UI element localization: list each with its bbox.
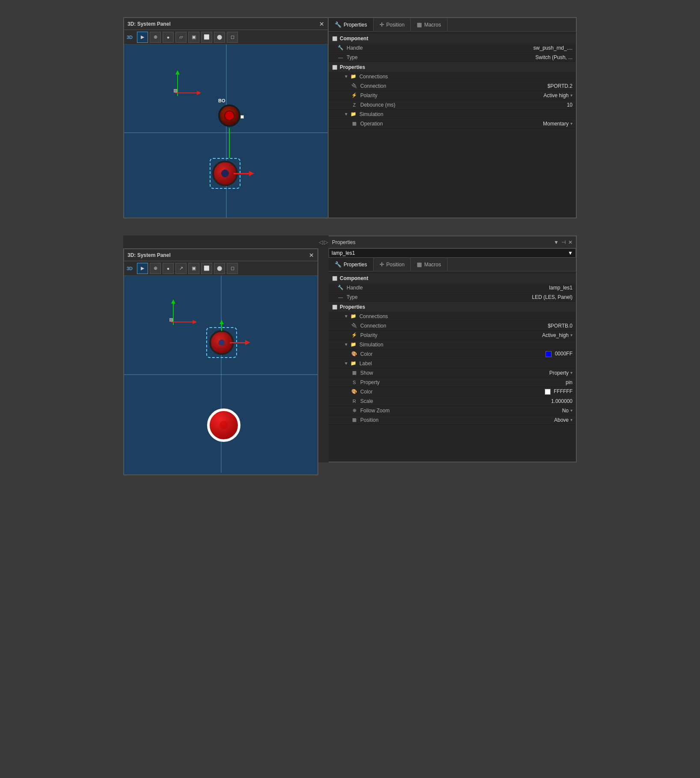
type-icon: — [337, 55, 344, 60]
toolbar-cone[interactable]: ⬤ [214, 32, 225, 43]
prop-show: ▦ Show Property ▾ [329, 368, 576, 378]
prop-debounce-top: Z Debounce (ms) 10 [329, 100, 576, 110]
button-bo-connector [240, 115, 244, 119]
props-pin-btn[interactable]: ▼ [554, 239, 559, 245]
tab-properties-bottom[interactable]: 🔧 Properties [329, 258, 374, 271]
sim-folder-icon-b: 📁 [350, 342, 357, 347]
viewport-canvas-top[interactable]: BO [124, 45, 328, 218]
toolbar-plane[interactable]: ▱ [175, 32, 187, 43]
toolbar-box[interactable]: ▣ [188, 32, 199, 43]
prop-connection-val-bottom: 🔌 Connection $PORTB.0 [329, 321, 576, 331]
sim-color-icon: 🎨 [351, 351, 358, 357]
toolbar-sphere[interactable]: ● [163, 32, 174, 43]
button-bo-label: BO [218, 98, 225, 103]
properties-panel-bottom: Properties ▼ ⊣ ✕ lamp_les1 ▼ 🔧 Propertie… [329, 235, 577, 462]
position-icon-b: ✛ [380, 261, 384, 268]
connection-icon: 🔌 [351, 83, 358, 89]
prop-label-section[interactable]: ▼ 📁 Label [329, 359, 576, 368]
wrench-icon-b: 🔧 [335, 261, 341, 268]
prop-connections-top[interactable]: ▼ 📁 Connections [329, 72, 576, 81]
props-titlebar-bottom: Properties ▼ ⊣ ✕ [329, 236, 576, 248]
tab-position-bottom[interactable]: ✛ Position [374, 258, 411, 271]
viewport-title-top: 3D: System Panel [128, 21, 171, 27]
prop-simulation-top[interactable]: ▼ 📁 Simulation [329, 110, 576, 119]
section-component-top[interactable]: ▦ Component [329, 33, 576, 43]
follow-zoom-dropdown[interactable]: ▾ [570, 408, 572, 413]
toolbar-cylinder[interactable]: ⬜ [201, 32, 212, 43]
toolbar-move[interactable]: ⊕ [150, 32, 161, 43]
viewport-close-bottom[interactable]: ✕ [309, 252, 314, 259]
toolbar-cube[interactable]: ◻ [227, 32, 238, 43]
collapse-connections-b: ▼ [344, 314, 348, 319]
folder-icon: 📁 [350, 74, 357, 79]
polarity-dropdown-arrow[interactable]: ▾ [570, 93, 572, 98]
viewport-bottom: 3D: System Panel ✕ 3D ▶ ⊕ ● ↗ ▣ ⬜ ⬤ ◻ [123, 248, 318, 475]
wrench-icon: 🔧 [335, 21, 341, 28]
toolbar-box-b[interactable]: ▣ [188, 263, 199, 274]
props-content-top: ▦ Component 🔧 Handle sw_push_rnd_.... — … [329, 32, 576, 218]
show-icon: ▦ [351, 370, 358, 376]
viewport-canvas-bottom[interactable] [124, 276, 317, 473]
section-component-bottom[interactable]: ▦ Component [329, 273, 576, 283]
section-properties-top[interactable]: ▦ Properties [329, 62, 576, 72]
prop-handle-top: 🔧 Handle sw_push_rnd_.... [329, 43, 576, 53]
prop-connections-bottom[interactable]: ▼ 📁 Connections [329, 312, 576, 321]
left-viewport-wrapper: ◁ ▷ 3D: System Panel ✕ 3D ▶ ⊕ ● ↗ ▣ ⬜ ⬤ … [123, 235, 329, 462]
show-dropdown-arrow[interactable]: ▾ [570, 370, 572, 375]
label-color-swatch [545, 389, 551, 395]
prop-scale: R Scale 1.000000 [329, 396, 576, 406]
operation-dropdown-arrow[interactable]: ▾ [570, 121, 572, 126]
position-icon-label: ▦ [351, 417, 358, 423]
name-dropdown-arrow[interactable]: ▼ [568, 250, 573, 256]
collapse-simulation-b: ▼ [344, 342, 348, 347]
toolbar-cursor[interactable]: ▶ [137, 32, 148, 43]
side-arrow-left[interactable]: ◁ [319, 239, 323, 245]
comp-section-icon-b: ▦ [332, 275, 337, 281]
label-color-icon: 🎨 [351, 389, 358, 394]
tab-properties-top[interactable]: 🔧 Properties [329, 18, 374, 31]
viewport-close-top[interactable]: ✕ [319, 21, 324, 27]
prop-simulation-bottom[interactable]: ▼ 📁 Simulation [329, 340, 576, 349]
property-icon: S [351, 380, 358, 385]
toolbar-plane-b[interactable]: ↗ [175, 263, 187, 274]
polarity-dropdown-arrow-b[interactable]: ▾ [570, 333, 572, 337]
button-selected-outer[interactable] [210, 158, 240, 189]
side-arrow-right[interactable]: ▷ [324, 239, 328, 245]
led-selected-outer[interactable] [206, 327, 237, 358]
x-axis-arrow [175, 91, 201, 95]
toolbar-sphere-b[interactable]: ● [163, 263, 174, 274]
scale-icon: R [351, 399, 358, 404]
sim-color-swatch [546, 351, 552, 357]
position-dropdown[interactable]: ▾ [570, 417, 572, 422]
polarity-icon-b: ⚡ [351, 332, 358, 338]
polarity-icon: ⚡ [351, 92, 358, 98]
prop-label-color: 🎨 Color FFFFFF [329, 387, 576, 396]
toolbar-cone-b[interactable]: ⬤ [214, 263, 225, 274]
toolbar-cursor-b[interactable]: ▶ [137, 263, 148, 274]
toolbar-cylinder-b[interactable]: ⬜ [201, 263, 212, 274]
tab-position-top[interactable]: ✛ Position [374, 18, 411, 31]
props-close-btn[interactable]: ✕ [568, 239, 572, 245]
top-panel-row: 3D: System Panel ✕ 3D ▶ ⊕ ● ▱ ▣ ⬜ ⬤ ◻ [123, 17, 577, 218]
component-name-field[interactable]: lamp_les1 ▼ [329, 248, 576, 258]
properties-panel-top: 🔧 Properties ✛ Position ▦ Macros ▦ Compo… [329, 17, 577, 218]
prop-property: S Property pin [329, 378, 576, 387]
collapse-label: ▼ [344, 361, 348, 366]
debounce-icon: Z [351, 102, 358, 107]
tab-macros-top[interactable]: ▦ Macros [411, 18, 447, 31]
prop-handle-bottom: 🔧 Handle lamp_les1 [329, 283, 576, 292]
prop-polarity-bottom: ⚡ Polarity Active_high ▾ [329, 331, 576, 340]
tab-macros-bottom[interactable]: ▦ Macros [411, 258, 447, 271]
properties-section-icon: ▦ [332, 64, 337, 70]
toolbar-move-b[interactable]: ⊕ [150, 263, 161, 274]
props-dock-btn[interactable]: ⊣ [561, 239, 566, 245]
sim-folder-icon: 📁 [350, 111, 357, 117]
collapse-connections: ▼ [344, 74, 348, 79]
viewport-titlebar-top: 3D: System Panel ✕ [124, 18, 328, 30]
component-section-icon: ▦ [332, 35, 337, 42]
section-properties-bottom[interactable]: ▦ Properties [329, 302, 576, 312]
collapse-simulation: ▼ [344, 112, 348, 116]
toolbar-cube-b[interactable]: ◻ [227, 263, 238, 274]
connection-line [229, 128, 230, 158]
macros-icon-b: ▦ [417, 261, 422, 268]
